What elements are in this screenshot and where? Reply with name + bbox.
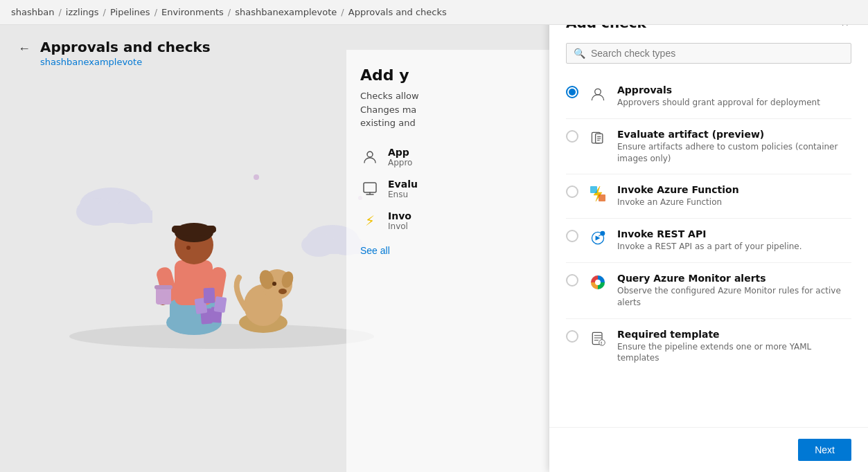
approvals-name: Approvals [617, 84, 820, 96]
preview-text-1: App Appro [388, 147, 412, 167]
preview-text-3: Invo Invol [388, 210, 411, 231]
preview-desc-1: Appro [388, 158, 412, 167]
preview-item-3: ⚡ Invo Invol [360, 210, 535, 231]
breadcrumb-item-4[interactable]: Environments [161, 7, 224, 17]
svg-point-0 [69, 324, 374, 349]
search-box: 🔍 [566, 43, 851, 64]
approvals-desc: Approvers should grant approval for depl… [617, 97, 820, 109]
invoke-rest-desc: Invoke a REST API as a part of your pipe… [617, 241, 802, 253]
svg-rect-24 [154, 285, 172, 289]
svg-point-31 [272, 282, 276, 286]
right-panel: Add check × 🔍 Approvals Approvers should… [549, 0, 868, 472]
azure-monitor-info: Query Azure Monitor alerts Observe the c… [617, 273, 851, 309]
svg-rect-35 [214, 296, 227, 313]
approvals-icon [587, 83, 609, 105]
svg-text:!: ! [601, 341, 603, 345]
invoke-rest-info: Invoke REST API Invoke a REST API as a p… [617, 228, 802, 253]
breadcrumb-item-3[interactable]: Pipelines [110, 7, 150, 17]
add-checks-desc-2: Changes ma [360, 103, 535, 117]
invoke-rest-icon [587, 227, 609, 249]
svg-rect-47 [590, 186, 597, 193]
azure-monitor-name: Query Azure Monitor alerts [617, 273, 851, 284]
svg-point-9 [254, 174, 259, 180]
svg-point-52 [595, 280, 601, 285]
svg-point-39 [595, 89, 601, 95]
preview-icon-2 [360, 179, 380, 199]
back-button[interactable]: ← [17, 40, 32, 57]
svg-rect-48 [599, 194, 605, 201]
approvals-info: Approvals Approvers should grant approva… [617, 84, 820, 109]
required-template-info: Required template Ensure the pipeline ex… [617, 329, 851, 365]
check-type-list: Approvals Approvers should grant approva… [549, 75, 868, 427]
check-type-azure-monitor[interactable]: Query Azure Monitor alerts Observe the c… [566, 263, 851, 319]
see-all-button[interactable]: See all [360, 245, 390, 256]
breadcrumb-sep-3: / [154, 7, 157, 17]
preview-name-1: App [388, 147, 412, 158]
check-type-invoke-function[interactable]: Invoke Azure Function Invoke an Azure Fu… [566, 174, 851, 219]
breadcrumb-sep-2: / [103, 7, 106, 17]
add-checks-desc-1: Checks allow [360, 89, 535, 103]
check-type-approvals[interactable]: Approvals Approvers should grant approva… [566, 75, 851, 119]
check-list-preview: App Appro Evalu Ensu [360, 147, 535, 231]
invoke-function-name: Invoke Azure Function [617, 184, 739, 195]
azure-monitor-icon [587, 271, 609, 293]
check-type-evaluate-artifact[interactable]: Evaluate artifact (preview) Ensure artif… [566, 119, 851, 175]
required-template-desc: Ensure the pipeline extends one or more … [617, 341, 851, 365]
add-checks-panel: Add y Checks allow Changes ma existing a… [346, 50, 549, 472]
invoke-function-desc: Invoke an Azure Function [617, 197, 739, 208]
search-input[interactable] [591, 48, 844, 59]
preview-item-2: Evalu Ensu [360, 179, 535, 199]
preview-desc-3: Invol [388, 221, 411, 231]
search-icon: 🔍 [574, 48, 585, 59]
svg-rect-36 [204, 288, 215, 304]
page-subtitle[interactable]: shashbanexamplevote [40, 57, 211, 67]
preview-name-3: Invo [388, 210, 411, 221]
right-panel-footer: Next [549, 427, 868, 472]
breadcrumb-sep-4: / [228, 7, 231, 17]
check-type-required-template[interactable]: ! Required template Ensure the pipeline … [566, 319, 851, 374]
check-type-invoke-rest[interactable]: Invoke REST API Invoke a REST API as a p… [566, 219, 851, 263]
preview-item-1: App Appro [360, 147, 535, 167]
page-title: Approvals and checks [40, 39, 211, 55]
radio-invoke-function[interactable] [566, 185, 578, 198]
add-checks-title: Add y [360, 66, 535, 84]
azure-monitor-desc: Observe the configured Azure Monitor rul… [617, 285, 851, 309]
invoke-rest-name: Invoke REST API [617, 228, 802, 239]
preview-name-2: Evalu [388, 179, 418, 190]
breadcrumb-item-6: Approvals and checks [348, 7, 447, 17]
radio-evaluate-artifact[interactable] [566, 130, 578, 143]
breadcrumb: shashban / izzlings / Pipelines / Enviro… [0, 0, 868, 25]
svg-point-30 [278, 289, 287, 294]
add-checks-desc-3: existing and [360, 116, 535, 130]
page-title-block: Approvals and checks shashbanexamplevote [40, 39, 211, 67]
svg-point-50 [600, 231, 605, 236]
evaluate-artifact-desc: Ensure artifacts adhere to custom polici… [617, 141, 851, 165]
evaluate-artifact-icon [587, 127, 609, 149]
svg-rect-4 [90, 210, 152, 223]
evaluate-artifact-info: Evaluate artifact (preview) Ensure artif… [617, 129, 851, 165]
svg-point-37 [367, 152, 373, 157]
evaluate-artifact-name: Evaluate artifact (preview) [617, 129, 851, 140]
invoke-function-info: Invoke Azure Function Invoke an Azure Fu… [617, 184, 739, 208]
preview-icon-1 [360, 147, 380, 167]
preview-desc-2: Ensu [388, 190, 418, 199]
breadcrumb-item-2[interactable]: izzlings [66, 7, 99, 17]
svg-rect-18 [172, 226, 216, 233]
radio-invoke-rest[interactable] [566, 230, 578, 242]
invoke-function-icon [587, 183, 609, 205]
radio-required-template[interactable] [566, 330, 578, 343]
next-button[interactable]: Next [798, 439, 851, 461]
breadcrumb-item-1[interactable]: shashban [11, 7, 54, 17]
breadcrumb-item-5[interactable]: shashbanexamplevote [235, 7, 337, 17]
svg-point-19 [186, 246, 191, 250]
required-template-name: Required template [617, 329, 851, 340]
svg-rect-38 [364, 183, 376, 192]
preview-icon-3: ⚡ [360, 211, 380, 230]
breadcrumb-sep-5: / [341, 7, 344, 17]
preview-text-2: Evalu Ensu [388, 179, 418, 199]
radio-azure-monitor[interactable] [566, 274, 578, 287]
radio-approvals[interactable] [566, 86, 578, 98]
breadcrumb-sep-1: / [58, 7, 61, 17]
required-template-icon: ! [587, 327, 609, 350]
